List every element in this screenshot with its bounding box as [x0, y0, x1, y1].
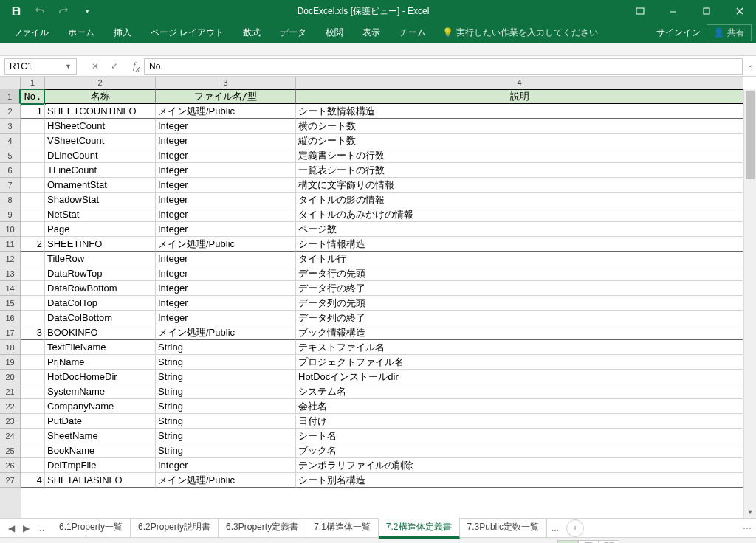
cell[interactable]: PutDate [45, 414, 156, 429]
cell[interactable]: 一覧表シートの行数 [296, 163, 743, 178]
view-pagebreak-button[interactable] [599, 540, 619, 544]
tab-view[interactable]: 表示 [354, 24, 389, 42]
cell[interactable] [21, 340, 45, 355]
row-header[interactable]: 1 [0, 89, 21, 104]
cell[interactable]: ブック情報構造 [296, 325, 743, 340]
cell[interactable]: SHETALIASINFO [45, 473, 156, 488]
tab-nav-prev[interactable]: ◀ [4, 523, 18, 533]
cell[interactable]: ページ数 [296, 222, 743, 237]
header-cell[interactable]: 説明 [296, 89, 743, 104]
cell[interactable] [21, 252, 45, 266]
cell[interactable]: タイトルのあみかけの情報 [296, 207, 743, 222]
cell[interactable]: Integer [156, 311, 296, 325]
row-header[interactable]: 11 [0, 237, 21, 252]
cell[interactable]: Integer [156, 119, 296, 134]
cell[interactable]: SHEETCOUNTINFO [45, 104, 156, 119]
row-header[interactable]: 14 [0, 281, 21, 296]
cell[interactable]: データ列の先頭 [296, 296, 743, 311]
row-header[interactable]: 12 [0, 252, 21, 266]
redo-button[interactable] [53, 1, 74, 21]
row-header[interactable]: 17 [0, 325, 21, 340]
enter-formula-button[interactable]: ✓ [106, 61, 123, 72]
cell[interactable]: メイン処理/Public [156, 104, 296, 119]
row-header[interactable]: 23 [0, 414, 21, 429]
maximize-button[interactable] [690, 0, 723, 22]
tab-nav-more-right[interactable]: ... [547, 523, 560, 533]
cell[interactable]: Integer [156, 193, 296, 207]
header-cell[interactable]: No. [21, 89, 45, 104]
cell[interactable]: DataColTop [45, 296, 156, 311]
row-header[interactable]: 25 [0, 443, 21, 458]
cell[interactable]: システム名 [296, 384, 743, 399]
cell[interactable]: Integer [156, 458, 296, 473]
cell[interactable]: 3 [21, 325, 45, 340]
row-header[interactable]: 3 [0, 119, 21, 134]
col-header[interactable]: 4 [296, 77, 743, 89]
cell[interactable] [21, 384, 45, 399]
cell[interactable]: 日付け [296, 414, 743, 429]
cell[interactable]: Integer [156, 222, 296, 237]
cell[interactable] [21, 458, 45, 473]
row-header[interactable]: 13 [0, 266, 21, 281]
qat-customize[interactable]: ▾ [77, 1, 97, 21]
cell[interactable]: Integer [156, 296, 296, 311]
cell[interactable] [21, 311, 45, 325]
cell[interactable]: BookName [45, 443, 156, 458]
row-header[interactable]: 9 [0, 207, 21, 222]
row-header[interactable]: 24 [0, 429, 21, 443]
cell[interactable] [21, 207, 45, 222]
cell[interactable]: OrnamentStat [45, 178, 156, 193]
tab-data[interactable]: データ [271, 24, 315, 42]
cell[interactable]: String [156, 340, 296, 355]
formula-input[interactable]: No. [144, 58, 743, 75]
tab-file[interactable]: ファイル [4, 24, 58, 42]
cell[interactable]: 構文に文字飾りの情報 [296, 178, 743, 193]
save-button[interactable] [6, 1, 27, 21]
row-header[interactable]: 8 [0, 193, 21, 207]
cell[interactable]: BOOKINFO [45, 325, 156, 340]
tab-home[interactable]: ホーム [59, 24, 103, 42]
cell[interactable]: Integer [156, 281, 296, 296]
cell[interactable]: テキストファイル名 [296, 340, 743, 355]
row-header[interactable]: 22 [0, 399, 21, 414]
cell[interactable]: NetStat [45, 207, 156, 222]
scroll-thumb[interactable] [746, 91, 755, 179]
row-header[interactable]: 27 [0, 473, 21, 488]
cell[interactable]: メイン処理/Public [156, 237, 296, 252]
cell[interactable]: Integer [156, 148, 296, 163]
row-header[interactable]: 21 [0, 384, 21, 399]
cell[interactable]: ブック名 [296, 443, 743, 458]
scroll-down-icon[interactable]: ▼ [744, 505, 756, 518]
cell[interactable]: Integer [156, 178, 296, 193]
cell[interactable] [21, 429, 45, 443]
tab-insert[interactable]: 挿入 [105, 24, 140, 42]
cancel-formula-button[interactable]: ✕ [87, 61, 103, 72]
cell[interactable]: DataColBottom [45, 311, 156, 325]
vertical-scrollbar[interactable]: ▲ ▼ [743, 89, 756, 518]
new-sheet-button[interactable]: + [566, 519, 584, 537]
cell[interactable]: メイン処理/Public [156, 325, 296, 340]
cell[interactable]: DelTmpFile [45, 458, 156, 473]
ribbon-display-options[interactable] [623, 0, 656, 22]
cell[interactable]: DLineCount [45, 148, 156, 163]
cell[interactable] [21, 399, 45, 414]
cell[interactable]: CompanyName [45, 399, 156, 414]
cell[interactable]: DataRowBottom [45, 281, 156, 296]
cell[interactable] [21, 193, 45, 207]
close-button[interactable] [723, 0, 756, 22]
cell[interactable] [21, 119, 45, 134]
cell[interactable]: TitleRow [45, 252, 156, 266]
view-normal-button[interactable] [557, 540, 578, 544]
cell[interactable]: データ列の終了 [296, 311, 743, 325]
cell[interactable]: HSheetCount [45, 119, 156, 134]
name-box[interactable]: R1C1 ▼ [4, 58, 77, 75]
signin-link[interactable]: サインイン [656, 27, 701, 39]
cell[interactable]: シート名 [296, 429, 743, 443]
cell[interactable]: データ行の終了 [296, 281, 743, 296]
tab-formulas[interactable]: 数式 [234, 24, 269, 42]
cell[interactable] [21, 296, 45, 311]
cell[interactable]: 2 [21, 237, 45, 252]
row-header[interactable]: 15 [0, 296, 21, 311]
sheet-tab[interactable]: 7.2構造体定義書 [379, 518, 460, 539]
chevron-down-icon[interactable]: ▼ [65, 63, 72, 70]
